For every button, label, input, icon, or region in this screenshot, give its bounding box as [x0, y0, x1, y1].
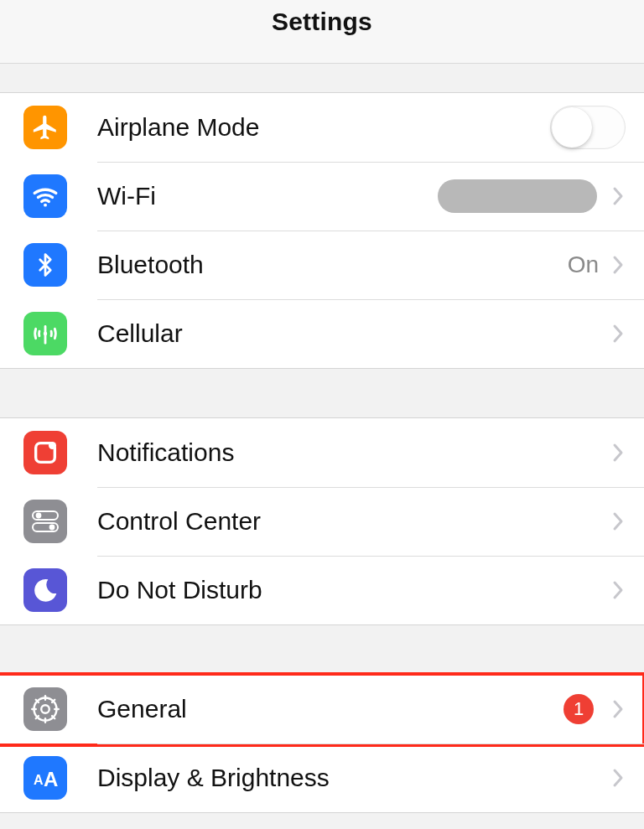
- row-bluetooth[interactable]: Bluetooth On: [0, 231, 644, 299]
- row-label: Bluetooth: [97, 251, 568, 279]
- row-do-not-disturb[interactable]: Do Not Disturb: [0, 556, 644, 624]
- svg-point-6: [36, 513, 42, 519]
- header: Settings: [0, 0, 644, 64]
- row-wifi[interactable]: Wi-Fi: [0, 162, 644, 231]
- svg-point-0: [44, 204, 47, 207]
- row-label: Do Not Disturb: [97, 576, 610, 604]
- row-notifications[interactable]: Notifications: [0, 418, 644, 487]
- row-label: Wi-Fi: [97, 182, 438, 210]
- chevron-right-icon: [610, 510, 626, 533]
- svg-point-2: [44, 332, 48, 336]
- svg-point-10: [41, 705, 49, 713]
- text-size-icon: A A: [23, 756, 67, 800]
- row-airplane-mode[interactable]: Airplane Mode: [0, 93, 644, 162]
- row-label: Control Center: [97, 507, 610, 536]
- row-label: Display & Brightness: [97, 764, 610, 792]
- bluetooth-value: On: [568, 251, 599, 278]
- row-label: Airplane Mode: [97, 113, 550, 142]
- settings-group-connectivity: Airplane Mode Wi-Fi Bluetooth On Cellula…: [0, 92, 644, 369]
- chevron-right-icon: [610, 578, 626, 602]
- page-title: Settings: [272, 8, 372, 36]
- bluetooth-icon: [23, 243, 67, 287]
- chevron-right-icon: [610, 322, 626, 345]
- airplane-icon: [23, 106, 67, 149]
- notifications-icon: [23, 431, 67, 474]
- svg-text:A: A: [44, 768, 58, 790]
- svg-point-8: [49, 525, 55, 531]
- settings-group-general: General 1 A A Display & Brightness: [0, 674, 644, 813]
- wifi-icon: [23, 174, 67, 218]
- moon-icon: [23, 568, 67, 612]
- notification-badge: 1: [564, 694, 594, 724]
- row-control-center[interactable]: Control Center: [0, 487, 644, 556]
- row-cellular[interactable]: Cellular: [0, 299, 644, 368]
- settings-group-system: Notifications Control Center Do Not Dist…: [0, 417, 644, 625]
- section-spacer: [0, 625, 644, 674]
- row-label: Notifications: [97, 438, 610, 467]
- chevron-right-icon: [610, 697, 626, 721]
- row-label: Cellular: [97, 319, 610, 348]
- wifi-value-redacted: [438, 179, 597, 213]
- chevron-right-icon: [610, 184, 626, 208]
- gear-icon: [23, 687, 67, 731]
- svg-point-4: [49, 442, 56, 449]
- row-display-brightness[interactable]: A A Display & Brightness: [0, 744, 644, 812]
- section-spacer: [0, 64, 644, 92]
- svg-text:A: A: [34, 773, 44, 787]
- section-spacer: [0, 369, 644, 417]
- chevron-right-icon: [610, 253, 626, 277]
- chevron-right-icon: [610, 766, 626, 790]
- cellular-icon: [23, 312, 67, 355]
- row-label: General: [97, 695, 564, 723]
- chevron-right-icon: [610, 441, 626, 464]
- row-general[interactable]: General 1: [0, 675, 644, 744]
- airplane-toggle[interactable]: [550, 106, 626, 149]
- control-center-icon: [23, 500, 67, 543]
